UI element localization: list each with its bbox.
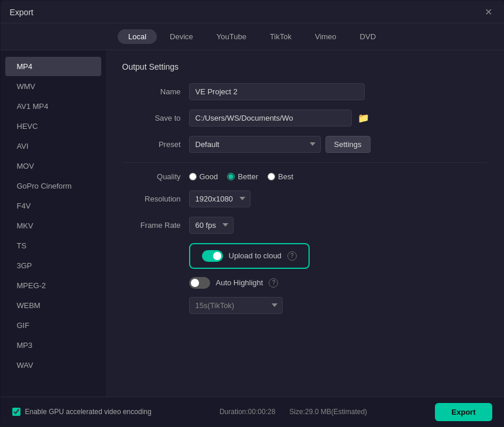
quality-better-label[interactable]: Better [227,172,258,181]
save-to-control: 📁 [189,110,371,127]
output-panel: Output Settings Name Save to 📁 [106,50,504,397]
upload-cloud-label: Upload to cloud [229,251,282,260]
save-to-label: Save to [122,114,181,122]
quality-row: Quality Good Better Best [122,172,488,181]
auto-highlight-row: Auto Highlight ? [189,277,488,289]
quality-label: Quality [122,172,181,181]
title-bar: Export ✕ [1,1,504,23]
sidebar-item-ts[interactable]: TS [5,236,101,255]
tab-dvd[interactable]: DVD [349,29,386,44]
sidebar-item-3gp[interactable]: 3GP [5,256,101,275]
dialog-title: Export [10,8,33,17]
tab-device[interactable]: Device [159,29,204,44]
size-value: 29.0 MB(Estimated) [305,408,367,416]
sidebar: MP4 WMV AV1 MP4 HEVC AVI MOV GoPro Cinef… [1,50,106,397]
name-row: Name [122,83,488,100]
tab-local[interactable]: Local [118,29,157,44]
sidebar-item-wav[interactable]: WAV [5,356,101,375]
save-path-input[interactable] [189,110,352,127]
sidebar-item-mkv[interactable]: MKV [5,216,101,235]
sidebar-item-hevc[interactable]: HEVC [5,117,101,136]
upload-cloud-toggle[interactable] [202,250,223,262]
sidebar-item-webm[interactable]: WEBM [5,296,101,315]
quality-good-radio[interactable] [189,173,197,180]
resolution-control: 1920x10801280x7203840x2160 [189,190,365,207]
quality-best-text: Best [278,172,293,181]
quality-best-radio[interactable] [268,173,275,180]
quality-best-label[interactable]: Best [268,172,293,181]
tab-youtube[interactable]: YouTube [206,29,257,44]
sidebar-item-mpeg2[interactable]: MPEG-2 [5,276,101,295]
frame-rate-control: 60 fps30 fps24 fps25 fps [189,217,365,234]
export-dialog: Export ✕ Local Device YouTube TikTok Vim… [1,1,504,427]
tab-tiktok[interactable]: TikTok [259,29,302,44]
resolution-label: Resolution [122,194,181,203]
upload-cloud-help-icon[interactable]: ? [287,251,297,261]
sidebar-item-gif[interactable]: GIF [5,316,101,335]
main-content: MP4 WMV AV1 MP4 HEVC AVI MOV GoPro Cinef… [1,50,504,397]
preset-select[interactable]: DefaultCustom [189,136,321,153]
sidebar-item-mp3[interactable]: MP3 [5,336,101,355]
export-button[interactable]: Export [435,403,492,421]
upload-cloud-box: Upload to cloud ? [189,243,310,269]
sidebar-item-mov[interactable]: MOV [5,156,101,176]
resolution-row: Resolution 1920x10801280x7203840x2160 [122,190,488,207]
preset-control: DefaultCustom Settings [189,136,371,153]
auto-highlight-help-icon[interactable]: ? [269,278,278,288]
divider [122,162,488,163]
auto-highlight-slider [189,277,210,289]
duration-value: 00:00:28 [248,408,276,416]
bottom-info: Duration:00:00:28 Size:29.0 MB(Estimated… [220,408,367,416]
size-info: Size:29.0 MB(Estimated) [289,408,367,416]
preset-label: Preset [122,140,181,149]
resolution-select[interactable]: 1920x10801280x7203840x2160 [189,190,251,207]
sidebar-item-gopro[interactable]: GoPro Cineform [5,176,101,196]
sidebar-item-wmv[interactable]: WMV [5,77,101,96]
folder-icon: 📁 [358,113,369,123]
frame-rate-row: Frame Rate 60 fps30 fps24 fps25 fps [122,217,488,234]
name-input[interactable] [189,83,365,100]
quality-radio-group: Good Better Best [189,172,488,181]
gpu-label-text: Enable GPU accelerated video encoding [25,408,152,416]
frame-rate-label: Frame Rate [122,221,181,230]
bottom-bar: Enable GPU accelerated video encoding Du… [1,397,504,427]
quality-better-text: Better [238,172,258,181]
duration-info: Duration:00:00:28 [220,408,275,416]
tab-bar: Local Device YouTube TikTok Vimeo DVD [1,23,504,50]
preset-row: Preset DefaultCustom Settings [122,136,488,153]
gpu-checkbox-label[interactable]: Enable GPU accelerated video encoding [12,408,152,416]
settings-button[interactable]: Settings [325,136,371,153]
name-control [189,83,365,100]
sidebar-item-avi[interactable]: AVI [5,136,101,156]
quality-better-radio[interactable] [227,173,235,180]
sidebar-item-f4v[interactable]: F4V [5,196,101,216]
upload-cloud-slider [202,250,223,262]
tab-vimeo[interactable]: Vimeo [304,29,347,44]
tiktok-duration-select[interactable]: 15s(TikTok)30s60s [189,297,283,314]
browse-folder-button[interactable]: 📁 [356,111,371,125]
quality-good-text: Good [200,172,218,181]
close-button[interactable]: ✕ [482,6,495,18]
auto-highlight-toggle[interactable] [189,277,210,289]
sidebar-item-av1mp4[interactable]: AV1 MP4 [5,97,101,116]
save-to-row: Save to 📁 [122,110,488,127]
frame-rate-select[interactable]: 60 fps30 fps24 fps25 fps [189,217,234,234]
name-label: Name [122,87,181,96]
quality-good-label[interactable]: Good [189,172,218,181]
gpu-checkbox-input[interactable] [12,408,20,416]
size-label: Size: [289,408,305,416]
sidebar-item-mp4[interactable]: MP4 [5,57,101,76]
auto-highlight-label: Auto Highlight [216,278,263,287]
panel-title: Output Settings [122,62,488,71]
tiktok-duration-row: 15s(TikTok)30s60s [189,297,488,314]
duration-label: Duration: [220,408,248,416]
